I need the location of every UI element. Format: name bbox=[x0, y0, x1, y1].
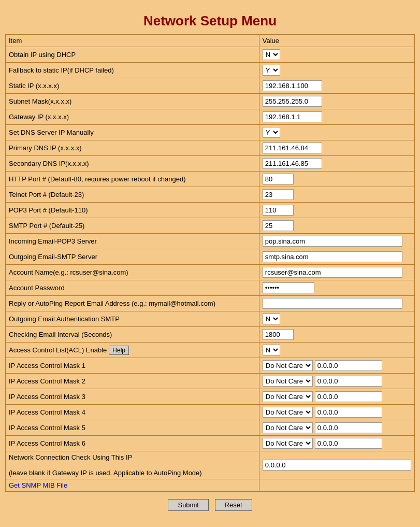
row-label: Outgoing Email-SMTP Server bbox=[6, 249, 259, 265]
acl-ip-input[interactable] bbox=[315, 376, 382, 387]
text-input[interactable] bbox=[263, 298, 402, 309]
row-value[interactable]: Do Not CarePermitDeny bbox=[259, 436, 414, 451]
acl-ip-input[interactable] bbox=[315, 422, 382, 433]
row-value[interactable] bbox=[259, 218, 414, 234]
form-buttons bbox=[5, 492, 415, 518]
row-label: Incoming Email-POP3 Server bbox=[6, 234, 259, 249]
table-row: Gateway IP (x.x.x.x) bbox=[6, 109, 415, 125]
value-select[interactable]: NY bbox=[263, 49, 280, 60]
row-value[interactable] bbox=[259, 109, 414, 125]
row-label: IP Access Control Mask 3 bbox=[6, 389, 259, 405]
value-select[interactable]: YN bbox=[263, 65, 280, 76]
row-value[interactable] bbox=[259, 94, 414, 109]
row-label: SMTP Port # (Default-25) bbox=[6, 218, 259, 234]
table-row: IP Access Control Mask 4Do Not CarePermi… bbox=[6, 405, 415, 420]
row-value[interactable]: YN bbox=[259, 63, 414, 78]
table-row: Secondary DNS IP(x.x.x.x) bbox=[6, 156, 415, 172]
text-input[interactable] bbox=[263, 236, 402, 247]
row-value[interactable]: Do Not CarePermitDeny bbox=[259, 374, 414, 389]
row-value[interactable]: NY bbox=[259, 311, 414, 327]
reset-button[interactable] bbox=[215, 499, 252, 511]
table-row: Reply or AutoPing Report Email Address (… bbox=[6, 296, 415, 311]
row-label: Telnet Port # (Default-23) bbox=[6, 187, 259, 203]
snmp-mib-link[interactable]: Get SNMP MIB File bbox=[9, 481, 67, 489]
text-input[interactable] bbox=[263, 80, 322, 91]
submit-button[interactable] bbox=[168, 499, 208, 511]
row-label: Checking Email Interval (Seconds) bbox=[6, 327, 259, 343]
row-value[interactable] bbox=[259, 187, 414, 203]
row-value bbox=[259, 479, 414, 492]
text-input[interactable] bbox=[263, 205, 294, 216]
row-label: IP Access Control Mask 1 bbox=[6, 358, 259, 374]
row-label: HTTP Port # (Default-80, requires power … bbox=[6, 172, 259, 187]
acl-mask-select[interactable]: Do Not CarePermitDeny bbox=[263, 391, 313, 402]
row-value[interactable] bbox=[259, 140, 414, 156]
row-value[interactable]: Do Not CarePermitDeny bbox=[259, 389, 414, 405]
acl-mask-select[interactable]: Do Not CarePermitDeny bbox=[263, 407, 313, 418]
row-value[interactable] bbox=[259, 156, 414, 172]
row-value[interactable]: Do Not CarePermitDeny bbox=[259, 358, 414, 374]
row-label: Subnet Mask(x.x.x.x) bbox=[6, 94, 259, 109]
text-input[interactable] bbox=[263, 267, 402, 278]
value-select[interactable]: YN bbox=[263, 127, 280, 138]
row-value[interactable] bbox=[259, 172, 414, 187]
row-value[interactable]: Do Not CarePermitDeny bbox=[259, 420, 414, 436]
text-input[interactable] bbox=[263, 220, 294, 231]
row-label: Set DNS Server IP Manually bbox=[6, 125, 259, 140]
acl-ip-input[interactable] bbox=[315, 438, 382, 449]
row-value[interactable]: Do Not CarePermitDeny bbox=[259, 405, 414, 420]
acl-mask-select[interactable]: Do Not CarePermitDeny bbox=[263, 360, 313, 371]
table-row: Subnet Mask(x.x.x.x) bbox=[6, 94, 415, 109]
table-row: Checking Email Interval (Seconds) bbox=[6, 327, 415, 343]
row-value[interactable] bbox=[259, 265, 414, 280]
password-input[interactable] bbox=[263, 282, 314, 293]
help-button[interactable]: Help bbox=[109, 346, 129, 355]
row-label: IP Access Control Mask 4 bbox=[6, 405, 259, 420]
row-label: Get SNMP MIB File bbox=[6, 479, 259, 492]
value-column-header: Value bbox=[259, 35, 414, 47]
row-value[interactable] bbox=[259, 296, 414, 311]
acl-mask-select[interactable]: Do Not CarePermitDeny bbox=[263, 438, 313, 449]
row-label: Secondary DNS IP(x.x.x.x) bbox=[6, 156, 259, 172]
row-value[interactable]: YN bbox=[259, 125, 414, 140]
table-row: Network Connection Check Using This IP (… bbox=[6, 451, 415, 479]
text-input[interactable] bbox=[263, 158, 322, 169]
row-value[interactable]: NY bbox=[259, 47, 414, 63]
row-value[interactable] bbox=[259, 203, 414, 218]
text-input[interactable] bbox=[263, 251, 402, 262]
value-select[interactable]: NY bbox=[263, 314, 280, 324]
text-input[interactable] bbox=[263, 329, 294, 340]
row-value[interactable] bbox=[259, 234, 414, 249]
acl-mask-select[interactable]: Do Not CarePermitDeny bbox=[263, 422, 313, 433]
row-value[interactable] bbox=[259, 249, 414, 265]
table-row: IP Access Control Mask 2Do Not CarePermi… bbox=[6, 374, 415, 389]
text-input[interactable] bbox=[263, 111, 322, 122]
table-row: Fallback to static IP(if DHCP failed)YN bbox=[6, 63, 415, 78]
text-input[interactable] bbox=[263, 96, 322, 107]
table-row: SMTP Port # (Default-25) bbox=[6, 218, 415, 234]
row-label: Outgoing Email Authentication SMTP bbox=[6, 311, 259, 327]
table-row: Set DNS Server IP ManuallyYN bbox=[6, 125, 415, 140]
row-label: POP3 Port # (Default-110) bbox=[6, 203, 259, 218]
table-row: IP Access Control Mask 5Do Not CarePermi… bbox=[6, 420, 415, 436]
row-value[interactable] bbox=[259, 78, 414, 94]
acl-ip-input[interactable] bbox=[315, 407, 382, 418]
row-value[interactable] bbox=[259, 451, 414, 479]
text-input[interactable] bbox=[263, 189, 294, 200]
table-row: Account Password bbox=[6, 280, 415, 296]
network-check-ip-input[interactable] bbox=[263, 460, 411, 471]
row-label: Network Connection Check Using This IP (… bbox=[6, 451, 259, 479]
table-row: Access Control List(ACL) EnableHelpNY bbox=[6, 343, 415, 358]
table-row: IP Access Control Mask 3Do Not CarePermi… bbox=[6, 389, 415, 405]
row-value[interactable]: NY bbox=[259, 343, 414, 358]
acl-ip-input[interactable] bbox=[315, 391, 382, 402]
row-value[interactable] bbox=[259, 280, 414, 296]
acl-enable-select[interactable]: NY bbox=[263, 345, 280, 355]
row-value[interactable] bbox=[259, 327, 414, 343]
text-input[interactable] bbox=[263, 174, 294, 184]
table-row: POP3 Port # (Default-110) bbox=[6, 203, 415, 218]
table-row: Get SNMP MIB File bbox=[6, 479, 415, 492]
text-input[interactable] bbox=[263, 143, 322, 153]
acl-mask-select[interactable]: Do Not CarePermitDeny bbox=[263, 376, 313, 387]
acl-ip-input[interactable] bbox=[315, 360, 382, 371]
